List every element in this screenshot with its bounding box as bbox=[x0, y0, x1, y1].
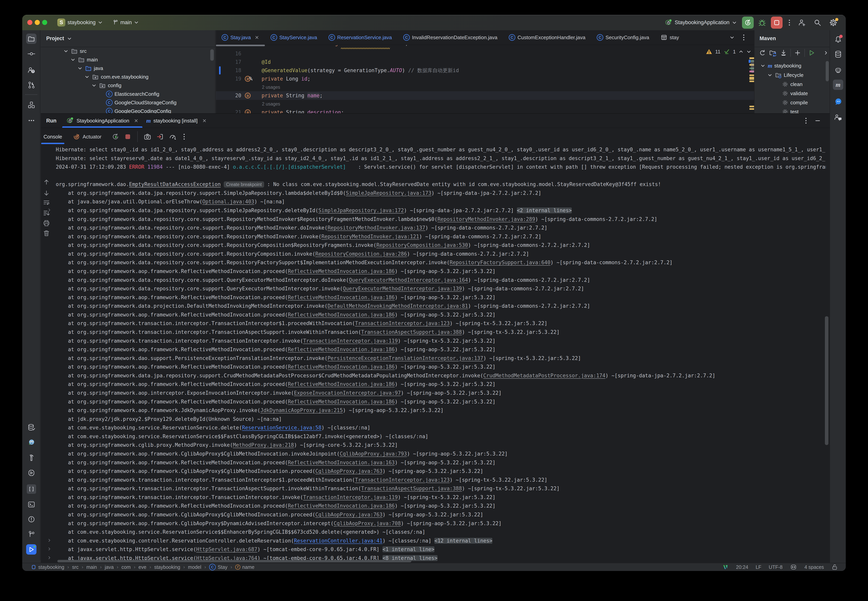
stack-trace-link[interactable]: ReflectiveMethodInvocation.java:163 bbox=[288, 460, 395, 465]
exit-button[interactable] bbox=[156, 133, 164, 140]
error-stripe-mark[interactable] bbox=[749, 75, 754, 76]
close-tab-icon[interactable] bbox=[202, 118, 207, 123]
error-stripe-mark[interactable] bbox=[749, 81, 754, 82]
stack-trace-link[interactable]: ReservationService.java:58 bbox=[242, 425, 322, 430]
next-problem-icon[interactable] bbox=[746, 49, 751, 54]
pull-requests-button[interactable] bbox=[26, 80, 37, 90]
chevron-expanded-icon[interactable] bbox=[63, 49, 69, 53]
stack-trace-link[interactable]: MethodProxy.java:218 bbox=[233, 442, 294, 448]
maven-tree-item-clean[interactable]: clean bbox=[774, 80, 802, 88]
chevron-expanded-icon[interactable] bbox=[760, 63, 766, 68]
stack-trace-link[interactable]: ReflectiveMethodInvocation.java:186 bbox=[288, 312, 395, 318]
breadcrumb-item-stay[interactable]: CStay bbox=[209, 564, 227, 570]
stack-trace-link[interactable]: QueryExecutorMethodInterceptor.java:164 bbox=[349, 277, 468, 283]
chevron-expanded-icon[interactable] bbox=[78, 66, 82, 71]
stack-trace-link[interactable]: CglibAopProxy.java:708 bbox=[334, 520, 401, 526]
breadcrumb-item-src[interactable]: src bbox=[72, 564, 78, 570]
maven-scrollbar[interactable] bbox=[826, 61, 829, 81]
close-window-button[interactable] bbox=[27, 20, 32, 25]
project-tree-item-googlegeocodingconfig[interactable]: CGoogleGeoCodingConfig bbox=[99, 107, 171, 113]
field-gutter-icon[interactable]: a bbox=[245, 93, 251, 99]
profiler-toolwindow-button[interactable] bbox=[26, 468, 37, 478]
more-button[interactable] bbox=[804, 117, 809, 125]
stack-trace-link[interactable]: DefaultMethodInvokingMethodInterceptor.j… bbox=[328, 303, 468, 309]
stack-trace-link[interactable]: TransactionAspectSupport.java:388 bbox=[361, 485, 462, 491]
thread-dump-button[interactable] bbox=[144, 133, 151, 140]
prev-problem-icon[interactable] bbox=[738, 49, 744, 54]
stack-trace-link[interactable]: RepositoryFactorySupport.java:640 bbox=[450, 259, 551, 265]
stack-trace-link[interactable]: RepositoryMethodInvoker.java:137 bbox=[328, 225, 425, 231]
add-user-button[interactable] bbox=[798, 18, 806, 27]
chevron-expanded-icon[interactable] bbox=[70, 57, 75, 62]
stack-trace-link[interactable]: RepositoryMethodInvoker.java:121 bbox=[322, 233, 419, 239]
close-tab-icon[interactable] bbox=[255, 35, 259, 40]
tab-options-icon[interactable] bbox=[741, 34, 746, 41]
console-tab[interactable]: Console bbox=[44, 128, 62, 145]
more-options-button[interactable] bbox=[182, 133, 187, 140]
stack-trace-link[interactable]: HttpServlet.java:687 bbox=[196, 546, 257, 552]
run-tab-staybooking-install-[interactable]: mstaybooking [install] bbox=[142, 114, 211, 128]
title-bar[interactable]: S staybooking main StaybookingApplicatio… bbox=[22, 15, 846, 30]
database-toolwindow-button[interactable] bbox=[26, 423, 37, 433]
stack-trace-link[interactable]: TransactionInterceptor.java:123 bbox=[355, 477, 450, 483]
stack-trace-link[interactable]: RepositoryComposition.java:286 bbox=[316, 251, 407, 257]
stack-trace-link[interactable]: ExposeInvocationInterceptor.java:97 bbox=[294, 390, 401, 396]
settings-button[interactable] bbox=[829, 18, 837, 27]
breadcrumb-item-staybooking[interactable]: staybooking bbox=[154, 564, 180, 570]
editor-scrollbar[interactable] bbox=[751, 60, 754, 73]
maven-tree-item-staybooking[interactable]: mstaybooking bbox=[760, 61, 801, 70]
editor-tab-stay[interactable]: stay bbox=[655, 30, 685, 45]
project-tree-item-java[interactable]: java bbox=[78, 64, 103, 73]
stack-trace-link[interactable]: Optional.java:403 bbox=[202, 199, 254, 204]
inspection-status[interactable] bbox=[722, 564, 729, 570]
breadcrumb-item-com[interactable]: com bbox=[122, 564, 131, 570]
build-toolwindow-button[interactable] bbox=[26, 453, 37, 463]
expand-button[interactable] bbox=[823, 50, 828, 55]
line-separator[interactable]: LF bbox=[756, 564, 761, 570]
editor-tab-stayservice-java[interactable]: CStayService.java bbox=[265, 30, 323, 45]
breadcrumb[interactable]: staybooking›src›main›java›com›eve›staybo… bbox=[31, 564, 254, 570]
error-stripe-mark[interactable] bbox=[749, 59, 751, 63]
breadcrumb-item-java[interactable]: java bbox=[105, 564, 114, 570]
stack-trace-link[interactable]: ReservationController.java:41 bbox=[294, 538, 383, 544]
chevron-expanded-icon[interactable] bbox=[84, 74, 90, 79]
codewithme-button[interactable] bbox=[833, 112, 843, 123]
bookmarks-toolwindow-button[interactable] bbox=[26, 484, 37, 494]
chat-plugin-button[interactable] bbox=[833, 96, 843, 107]
usages-inlay-hint[interactable]: 2 usages bbox=[262, 85, 280, 90]
minimize-window-button[interactable] bbox=[35, 20, 40, 25]
stack-trace-link[interactable]: SimpleJpaRepository.java:173 bbox=[346, 190, 431, 196]
stack-trace-link[interactable]: ReflectiveMethodInvocation.java:186 bbox=[288, 503, 395, 509]
stack-trace-link[interactable]: TransactionInterceptor.java:119 bbox=[303, 494, 398, 500]
error-stripe-mark[interactable] bbox=[749, 77, 754, 80]
editor-tab-reservationservice-java[interactable]: CReservationService.java bbox=[323, 30, 398, 45]
error-stripe-mark[interactable] bbox=[749, 57, 754, 59]
terminal-toolwindow-button[interactable] bbox=[26, 499, 37, 509]
chevron-down-icon[interactable] bbox=[67, 36, 72, 41]
more-actions-button[interactable] bbox=[787, 19, 792, 26]
more-toolwindows-button[interactable] bbox=[26, 115, 37, 125]
project-tree-item-main[interactable]: main bbox=[70, 55, 98, 64]
editor-tab-stay-java[interactable]: CStay.java bbox=[216, 30, 265, 45]
cursor-position[interactable]: 20:24 bbox=[736, 564, 748, 570]
rerun-button[interactable] bbox=[742, 17, 754, 29]
fold-arrow-icon[interactable] bbox=[47, 555, 52, 561]
database-toolwindow-button[interactable] bbox=[833, 49, 843, 59]
problems-toolwindow-button[interactable] bbox=[26, 514, 37, 524]
project-tree-item-src[interactable]: src bbox=[63, 47, 87, 55]
indent[interactable]: 4 spaces bbox=[804, 564, 824, 570]
tab-list-icon[interactable] bbox=[729, 35, 735, 40]
project-widget[interactable]: S staybooking bbox=[57, 17, 103, 28]
breadcrumb-item-model[interactable]: model bbox=[188, 564, 201, 570]
copilot-status[interactable] bbox=[790, 564, 797, 570]
console-vscrollbar[interactable] bbox=[825, 316, 828, 445]
stack-trace-link[interactable]: ReflectiveMethodInvocation.java:186 bbox=[288, 346, 395, 352]
stack-trace-link[interactable]: ReflectiveMethodInvocation.java:186 bbox=[288, 399, 395, 405]
run-toolwindow-button[interactable] bbox=[26, 544, 37, 555]
editor-tab-securityconfig-java[interactable]: CSecurityConfig.java bbox=[591, 30, 655, 45]
internal-lines-chip[interactable]: <12 internal lines> bbox=[435, 538, 492, 544]
stack-trace-link[interactable]: CglibAopProxy.java:763 bbox=[316, 512, 383, 517]
download-sources-button[interactable] bbox=[780, 49, 787, 56]
internal-lines-chip[interactable]: <1 internal line> bbox=[383, 546, 435, 552]
console-hscrollbar[interactable] bbox=[57, 560, 411, 562]
